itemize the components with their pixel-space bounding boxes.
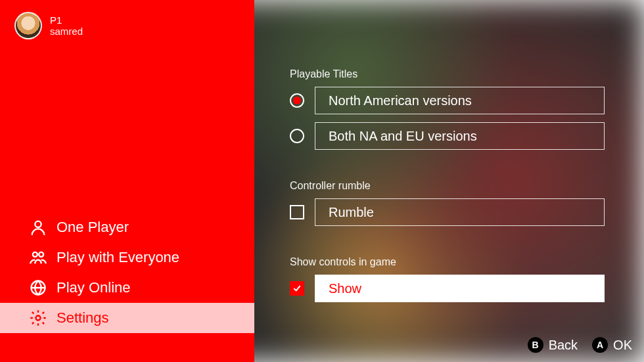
checkbox-row-show-controls[interactable]: Show — [290, 275, 605, 302]
sidebar-item-label: Settings — [57, 309, 109, 327]
checkbox-row-rumble[interactable]: Rumble — [290, 198, 605, 226]
option-box: Both NA and EU versions — [315, 122, 605, 150]
hint-ok[interactable]: A OK — [592, 337, 632, 353]
option-box: Rumble — [315, 198, 605, 226]
avatar — [14, 12, 42, 39]
radio-icon — [290, 93, 304, 108]
sidebar: P1 samred One Player Play with Everyone … — [0, 0, 254, 362]
settings-panel: Playable Titles North American versions … — [254, 0, 644, 362]
option-label: Both NA and EU versions — [329, 129, 477, 144]
radio-row-na-versions[interactable]: North American versions — [290, 87, 605, 114]
option-label: Show — [329, 281, 361, 296]
sidebar-nav: One Player Play with Everyone Play Onlin… — [0, 212, 254, 333]
section-label-playable-titles: Playable Titles — [290, 68, 605, 80]
option-label: Rumble — [329, 205, 374, 220]
radio-icon — [290, 129, 304, 143]
option-box: North American versions — [315, 87, 605, 114]
user-badge: P1 samred — [0, 0, 254, 39]
svg-point-0 — [35, 221, 41, 227]
globe-icon — [29, 279, 47, 297]
radio-row-both-versions[interactable]: Both NA and EU versions — [290, 122, 605, 150]
sidebar-item-label: Play with Everyone — [57, 249, 179, 266]
player-name: samred — [50, 26, 83, 37]
svg-point-2 — [39, 252, 43, 257]
checkbox-icon — [290, 205, 304, 219]
checkbox-icon — [290, 281, 304, 296]
sidebar-item-one-player[interactable]: One Player — [0, 212, 254, 242]
sidebar-item-settings[interactable]: Settings — [0, 303, 254, 333]
hint-back[interactable]: B Back — [528, 337, 578, 353]
player-slot: P1 — [50, 14, 83, 26]
section-label-show-controls: Show controls in game — [290, 256, 605, 268]
option-box: Show — [315, 275, 605, 302]
b-button-icon: B — [528, 337, 543, 353]
section-label-controller-rumble: Controller rumble — [290, 180, 605, 192]
sidebar-item-label: One Player — [57, 219, 129, 236]
group-users-icon — [29, 248, 47, 267]
hint-label: Back — [549, 338, 578, 353]
hint-label: OK — [613, 338, 632, 353]
option-label: North American versions — [329, 93, 472, 108]
svg-point-1 — [33, 252, 37, 257]
gear-icon — [29, 309, 47, 327]
sidebar-item-play-with-everyone[interactable]: Play with Everyone — [0, 242, 254, 273]
single-user-icon — [29, 218, 47, 237]
a-button-icon: A — [592, 337, 608, 353]
sidebar-item-play-online[interactable]: Play Online — [0, 273, 254, 303]
footer-hints: B Back A OK — [528, 337, 632, 353]
sidebar-item-label: Play Online — [57, 279, 131, 296]
svg-point-4 — [36, 316, 41, 321]
